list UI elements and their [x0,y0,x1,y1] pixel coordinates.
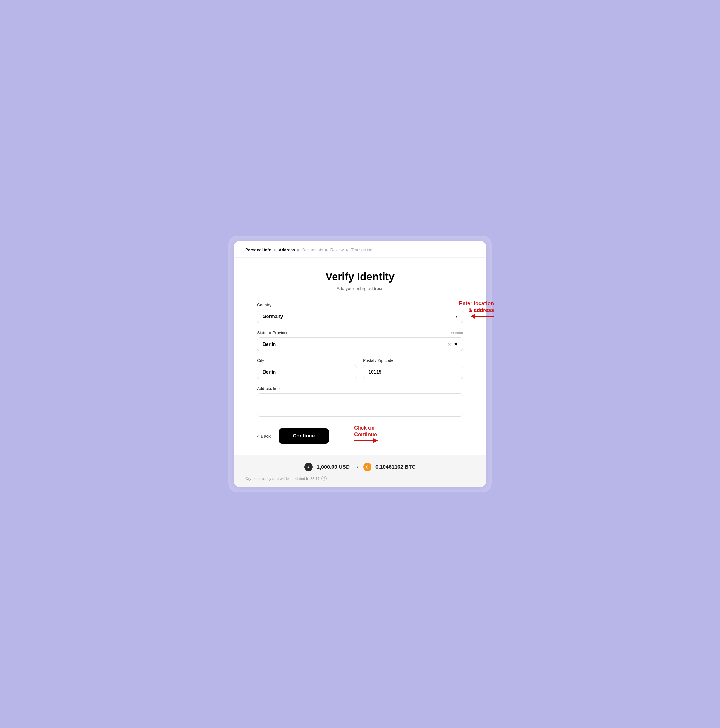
continue-button[interactable]: Continue [279,428,329,444]
from-amount: 1,000.00 USD [317,464,350,470]
state-select-actions: ✕ ▼ [447,342,458,347]
state-label-row: State or Province Optional [257,330,463,335]
page-title: Verify Identity [257,271,463,283]
city-label: City [257,358,357,363]
address-group: Address line [257,386,463,418]
state-optional: Optional [449,330,463,335]
btc-icon: ₿ [363,463,371,471]
breadcrumb-sep-3: ▶ [325,248,328,252]
to-amount: 0.10461162 BTC [375,464,416,470]
info-icon[interactable]: ? [321,476,326,481]
zip-group: Postal / Zip code [363,358,463,379]
main-card: Personal info ▶ Address ▶ Documents ▶ Re… [234,241,486,487]
country-select[interactable]: Germany France United States [257,310,463,323]
action-row: < Back Continue [257,428,463,444]
breadcrumb-sep-4: ▶ [346,248,349,252]
address-label: Address line [257,386,463,391]
back-button[interactable]: < Back [257,434,270,439]
zip-input[interactable] [363,365,463,379]
city-group: City [257,358,357,379]
conversion-row: A 1,000.00 USD → ₿ 0.10461162 BTC [246,463,474,471]
breadcrumb-personal-info: Personal info [246,248,272,252]
country-select-wrapper[interactable]: Germany France United States ▼ [257,310,463,323]
page-subtitle: Add your billing address [257,286,463,291]
usd-icon: A [304,463,313,471]
breadcrumb: Personal info ▶ Address ▶ Documents ▶ Re… [234,241,486,258]
main-content: Verify Identity Add your billing address… [234,258,486,455]
breadcrumb-transaction: Transaction [351,248,372,252]
state-group: State or Province Optional Berlin Bavari… [257,330,463,351]
state-select-wrapper[interactable]: Berlin Bavaria Hamburg ✕ ▼ [257,337,463,351]
city-input[interactable] [257,365,357,379]
state-select[interactable]: Berlin Bavaria Hamburg [257,337,463,351]
page-wrapper: Enter location & address Click on Contin… [229,236,491,492]
conversion-arrow: → [354,464,359,470]
city-zip-row: City Postal / Zip code [257,358,463,386]
footer: A 1,000.00 USD → ₿ 0.10461162 BTC Crypto… [234,455,486,487]
state-label: State or Province [257,330,288,335]
breadcrumb-address: Address [279,248,295,252]
country-group: Country Germany France United States ▼ [257,303,463,323]
breadcrumb-sep-1: ▶ [274,248,276,252]
zip-label: Postal / Zip code [363,358,463,363]
rate-text: Cryptocurrency rate will be updated in 2… [246,476,320,481]
state-clear-button[interactable]: ✕ [447,342,451,347]
rate-info: Cryptocurrency rate will be updated in 2… [246,476,474,481]
breadcrumb-documents: Documents [302,248,323,252]
country-label: Country [257,303,463,307]
breadcrumb-review: Review [331,248,344,252]
address-input[interactable] [257,393,463,417]
state-dropdown-arrow: ▼ [454,342,458,347]
breadcrumb-sep-2: ▶ [297,248,300,252]
